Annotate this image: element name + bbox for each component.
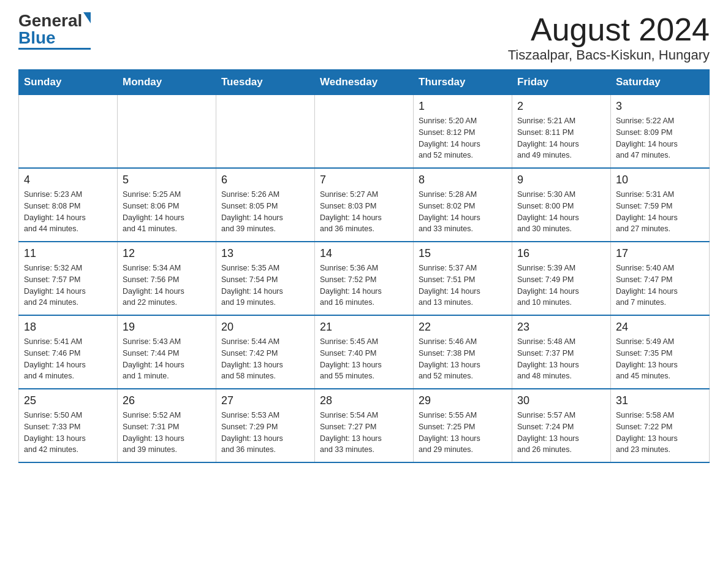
day-info: Sunrise: 5:39 AMSunset: 7:49 PMDaylight:… [517, 262, 605, 308]
table-row [216, 95, 315, 169]
table-row: 16Sunrise: 5:39 AMSunset: 7:49 PMDayligh… [512, 242, 611, 315]
day-number: 30 [517, 394, 605, 407]
location-title: Tiszaalpar, Bacs-Kiskun, Hungary [508, 47, 710, 63]
day-info: Sunrise: 5:25 AMSunset: 8:06 PMDaylight:… [123, 189, 211, 235]
table-row: 20Sunrise: 5:44 AMSunset: 7:42 PMDayligh… [216, 315, 315, 389]
day-number: 10 [616, 174, 704, 186]
table-row: 11Sunrise: 5:32 AMSunset: 7:57 PMDayligh… [19, 242, 118, 315]
day-info: Sunrise: 5:50 AMSunset: 7:33 PMDaylight:… [24, 410, 112, 456]
table-row: 9Sunrise: 5:30 AMSunset: 8:00 PMDaylight… [512, 168, 611, 242]
table-row: 29Sunrise: 5:55 AMSunset: 7:25 PMDayligh… [414, 389, 512, 462]
day-number: 23 [517, 321, 605, 334]
table-row: 18Sunrise: 5:41 AMSunset: 7:46 PMDayligh… [19, 315, 118, 389]
title-block: August 2024 Tiszaalpar, Bacs-Kiskun, Hun… [508, 12, 710, 63]
day-info: Sunrise: 5:40 AMSunset: 7:47 PMDaylight:… [616, 262, 704, 308]
day-info: Sunrise: 5:31 AMSunset: 7:59 PMDaylight:… [616, 189, 704, 235]
day-info: Sunrise: 5:49 AMSunset: 7:35 PMDaylight:… [616, 336, 704, 382]
table-row: 8Sunrise: 5:28 AMSunset: 8:02 PMDaylight… [414, 168, 512, 242]
day-info: Sunrise: 5:20 AMSunset: 8:12 PMDaylight:… [419, 115, 507, 161]
table-row: 12Sunrise: 5:34 AMSunset: 7:56 PMDayligh… [118, 242, 216, 315]
col-friday: Friday [512, 70, 611, 95]
day-number: 1 [419, 100, 507, 113]
day-number: 24 [616, 321, 704, 334]
day-number: 17 [616, 247, 704, 260]
day-info: Sunrise: 5:45 AMSunset: 7:40 PMDaylight:… [320, 336, 408, 382]
day-info: Sunrise: 5:35 AMSunset: 7:54 PMDaylight:… [221, 262, 309, 308]
day-info: Sunrise: 5:32 AMSunset: 7:57 PMDaylight:… [24, 262, 112, 308]
table-row: 17Sunrise: 5:40 AMSunset: 7:47 PMDayligh… [611, 242, 710, 315]
day-info: Sunrise: 5:55 AMSunset: 7:25 PMDaylight:… [419, 410, 507, 456]
table-row: 1Sunrise: 5:20 AMSunset: 8:12 PMDaylight… [414, 95, 512, 169]
col-wednesday: Wednesday [315, 70, 414, 95]
table-row: 10Sunrise: 5:31 AMSunset: 7:59 PMDayligh… [611, 168, 710, 242]
day-number: 27 [221, 394, 309, 407]
calendar-week-row: 1Sunrise: 5:20 AMSunset: 8:12 PMDaylight… [19, 95, 710, 169]
table-row: 24Sunrise: 5:49 AMSunset: 7:35 PMDayligh… [611, 315, 710, 389]
table-row: 14Sunrise: 5:36 AMSunset: 7:52 PMDayligh… [315, 242, 414, 315]
day-info: Sunrise: 5:23 AMSunset: 8:08 PMDaylight:… [24, 189, 112, 235]
page-header: GeneralBlue August 2024 Tiszaalpar, Bacs… [18, 12, 710, 63]
day-number: 21 [320, 321, 408, 334]
day-info: Sunrise: 5:22 AMSunset: 8:09 PMDaylight:… [616, 115, 704, 161]
day-number: 14 [320, 247, 408, 260]
day-info: Sunrise: 5:46 AMSunset: 7:38 PMDaylight:… [419, 336, 507, 382]
day-info: Sunrise: 5:28 AMSunset: 8:02 PMDaylight:… [419, 189, 507, 235]
col-tuesday: Tuesday [216, 70, 315, 95]
day-info: Sunrise: 5:43 AMSunset: 7:44 PMDaylight:… [123, 336, 211, 382]
table-row: 22Sunrise: 5:46 AMSunset: 7:38 PMDayligh… [414, 315, 512, 389]
day-number: 11 [24, 247, 112, 260]
day-info: Sunrise: 5:52 AMSunset: 7:31 PMDaylight:… [123, 410, 211, 456]
table-row [118, 95, 216, 169]
day-info: Sunrise: 5:58 AMSunset: 7:22 PMDaylight:… [616, 410, 704, 456]
day-info: Sunrise: 5:53 AMSunset: 7:29 PMDaylight:… [221, 410, 309, 456]
logo-blue: Blue [18, 28, 56, 47]
logo-line [18, 48, 91, 50]
table-row: 19Sunrise: 5:43 AMSunset: 7:44 PMDayligh… [118, 315, 216, 389]
col-sunday: Sunday [19, 70, 118, 95]
table-row: 5Sunrise: 5:25 AMSunset: 8:06 PMDaylight… [118, 168, 216, 242]
day-number: 20 [221, 321, 309, 334]
day-info: Sunrise: 5:54 AMSunset: 7:27 PMDaylight:… [320, 410, 408, 456]
table-row: 26Sunrise: 5:52 AMSunset: 7:31 PMDayligh… [118, 389, 216, 462]
day-info: Sunrise: 5:36 AMSunset: 7:52 PMDaylight:… [320, 262, 408, 308]
day-number: 4 [24, 174, 112, 186]
table-row: 23Sunrise: 5:48 AMSunset: 7:37 PMDayligh… [512, 315, 611, 389]
day-info: Sunrise: 5:44 AMSunset: 7:42 PMDaylight:… [221, 336, 309, 382]
table-row: 25Sunrise: 5:50 AMSunset: 7:33 PMDayligh… [19, 389, 118, 462]
day-info: Sunrise: 5:37 AMSunset: 7:51 PMDaylight:… [419, 262, 507, 308]
day-number: 12 [123, 247, 211, 260]
day-number: 6 [221, 174, 309, 186]
calendar-table: Sunday Monday Tuesday Wednesday Thursday… [18, 69, 710, 463]
day-info: Sunrise: 5:30 AMSunset: 8:00 PMDaylight:… [517, 189, 605, 235]
day-info: Sunrise: 5:41 AMSunset: 7:46 PMDaylight:… [24, 336, 112, 382]
day-number: 28 [320, 394, 408, 407]
col-monday: Monday [118, 70, 216, 95]
day-info: Sunrise: 5:48 AMSunset: 7:37 PMDaylight:… [517, 336, 605, 382]
day-number: 25 [24, 394, 112, 407]
day-info: Sunrise: 5:26 AMSunset: 8:05 PMDaylight:… [221, 189, 309, 235]
day-number: 13 [221, 247, 309, 260]
table-row: 21Sunrise: 5:45 AMSunset: 7:40 PMDayligh… [315, 315, 414, 389]
day-number: 19 [123, 321, 211, 334]
col-saturday: Saturday [611, 70, 710, 95]
table-row: 7Sunrise: 5:27 AMSunset: 8:03 PMDaylight… [315, 168, 414, 242]
logo: GeneralBlue [18, 12, 91, 50]
month-title: August 2024 [508, 12, 710, 47]
calendar-week-row: 25Sunrise: 5:50 AMSunset: 7:33 PMDayligh… [19, 389, 710, 462]
day-number: 8 [419, 174, 507, 186]
day-number: 22 [419, 321, 507, 334]
day-number: 15 [419, 247, 507, 260]
day-info: Sunrise: 5:34 AMSunset: 7:56 PMDaylight:… [123, 262, 211, 308]
day-number: 3 [616, 100, 704, 113]
day-info: Sunrise: 5:27 AMSunset: 8:03 PMDaylight:… [320, 189, 408, 235]
table-row: 4Sunrise: 5:23 AMSunset: 8:08 PMDaylight… [19, 168, 118, 242]
calendar-week-row: 11Sunrise: 5:32 AMSunset: 7:57 PMDayligh… [19, 242, 710, 315]
day-number: 26 [123, 394, 211, 407]
table-row: 2Sunrise: 5:21 AMSunset: 8:11 PMDaylight… [512, 95, 611, 169]
day-number: 18 [24, 321, 112, 334]
day-info: Sunrise: 5:21 AMSunset: 8:11 PMDaylight:… [517, 115, 605, 161]
day-number: 5 [123, 174, 211, 186]
table-row: 13Sunrise: 5:35 AMSunset: 7:54 PMDayligh… [216, 242, 315, 315]
day-number: 31 [616, 394, 704, 407]
table-row: 3Sunrise: 5:22 AMSunset: 8:09 PMDaylight… [611, 95, 710, 169]
